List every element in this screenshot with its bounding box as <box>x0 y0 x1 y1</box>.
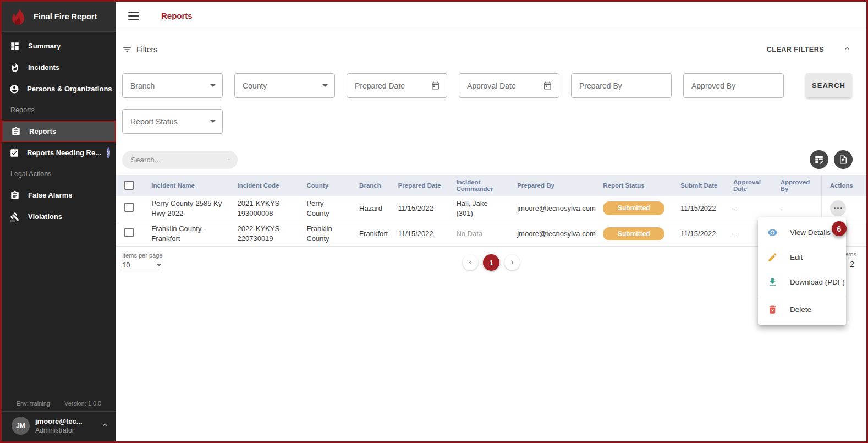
status-badge: Submitted <box>603 201 664 215</box>
col-submit-date[interactable]: Submit Date <box>672 175 725 196</box>
cell-county: Perry County <box>298 196 351 221</box>
col-approved-by[interactable]: Approved By <box>772 175 822 196</box>
clipboard-check-icon <box>9 147 19 158</box>
cell-county: Franklin County <box>298 221 351 247</box>
current-page-button[interactable]: 1 <box>483 254 499 271</box>
col-incident-commander[interactable]: Incident Commander <box>448 175 509 196</box>
table-row[interactable]: Franklin County - Frankfort 2022-KYKYS-2… <box>116 221 866 247</box>
hamburger-menu-icon[interactable] <box>128 12 139 20</box>
cell-prepared-by: jmoore@tecnosylva.com <box>509 221 595 247</box>
cell-incident-name: Franklin County - Frankfort <box>143 221 229 247</box>
table-edit-icon <box>814 155 824 165</box>
sidebar-item-incidents[interactable]: Incidents <box>2 57 116 78</box>
select-all-checkbox[interactable] <box>124 181 134 190</box>
sidebar-item-label: Reports Needing Re... <box>27 149 101 157</box>
dashboard-icon <box>9 41 20 52</box>
sidebar-item-label: Reports <box>29 127 56 135</box>
flame-icon <box>9 62 20 73</box>
sidebar-header: Final Fire Report <box>2 2 116 32</box>
menu-item-download-pdf[interactable]: Download (PDF) <box>758 270 846 294</box>
pencil-icon <box>767 252 778 263</box>
chevron-up-icon[interactable] <box>101 420 109 431</box>
cell-submit-date: 11/15/2022 <box>672 221 725 247</box>
sidebar-section-reports: Reports <box>2 100 116 121</box>
report-status-select[interactable]: Report Status <box>122 109 223 134</box>
col-actions: Actions <box>821 175 866 196</box>
sidebar-item-label: Summary <box>28 42 61 50</box>
approved-by-field[interactable]: Approved By <box>683 73 784 98</box>
previous-page-button[interactable] <box>463 255 478 270</box>
sidebar: Final Fire Report Summary Incidents Pers… <box>2 2 116 441</box>
filter-icon <box>122 45 132 54</box>
cell-submit-date: 11/15/2022 <box>672 196 725 221</box>
row-actions-menu: 6 View Details Edit Download (PDF) <box>758 217 846 325</box>
menu-divider <box>758 296 846 296</box>
next-page-button[interactable] <box>504 255 520 270</box>
branch-select[interactable]: Branch <box>122 73 223 98</box>
col-prepared-date[interactable]: Prepared Date <box>390 175 448 196</box>
app-title: Final Fire Report <box>34 12 97 21</box>
col-county[interactable]: County <box>298 175 351 196</box>
sidebar-item-persons-organizations[interactable]: Persons & Organizations <box>2 78 116 100</box>
chevron-left-icon <box>466 259 474 266</box>
col-incident-code[interactable]: Incident Code <box>229 175 299 196</box>
col-approval-date[interactable]: Approval Date <box>725 175 772 196</box>
dropdown-caret-icon <box>210 84 216 87</box>
app-window: Final Fire Report Summary Incidents Pers… <box>0 0 868 443</box>
sidebar-item-false-alarms[interactable]: False Alarms <box>2 184 116 206</box>
collapse-filters-chevron-icon[interactable] <box>843 44 851 55</box>
dropdown-caret-icon <box>322 84 328 87</box>
col-prepared-by[interactable]: Prepared By <box>509 175 595 196</box>
menu-item-edit[interactable]: Edit <box>758 245 846 270</box>
cell-incident-code: 2022-KYKYS-220730019 <box>229 221 299 247</box>
prepared-date-picker[interactable]: Prepared Date <box>347 73 447 98</box>
version-label: Version: 1.0.0 <box>64 400 101 407</box>
reports-table: Incident Name Incident Code County Branc… <box>116 175 866 247</box>
cell-incident-commander: No Data <box>448 221 509 247</box>
col-incident-name[interactable]: Incident Name <box>143 175 229 196</box>
sidebar-item-summary[interactable]: Summary <box>2 35 116 57</box>
edit-columns-button[interactable] <box>810 150 828 169</box>
calendar-icon <box>431 81 440 90</box>
sidebar-item-label: False Alarms <box>28 191 72 199</box>
sidebar-section-legal-actions: Legal Actions <box>2 163 116 184</box>
clear-filters-button[interactable]: CLEAR FILTERS <box>767 46 824 53</box>
sidebar-footer: Env: training Version: 1.0.0 JM jmoore@t… <box>2 397 116 441</box>
calendar-icon <box>543 81 552 90</box>
clipboard-icon <box>9 190 20 201</box>
county-select[interactable]: County <box>234 73 335 98</box>
export-file-button[interactable] <box>834 150 853 169</box>
download-icon <box>767 277 778 288</box>
paginator: Items per page 10 1 Items 2 <box>116 250 866 278</box>
sidebar-item-label: Persons & Organizations <box>27 85 112 93</box>
table-header-row: Incident Name Incident Code County Branc… <box>116 175 866 196</box>
row-checkbox[interactable] <box>124 203 134 212</box>
table-row[interactable]: Perry County-2585 Ky Hwy 2022 2021-KYKYS… <box>116 196 866 221</box>
table-search <box>122 151 238 169</box>
search-button[interactable]: SEARCH <box>806 73 851 97</box>
person-icon <box>9 84 19 95</box>
status-badge: Submitted <box>603 227 664 240</box>
table-search-input[interactable] <box>131 156 228 164</box>
col-report-status[interactable]: Report Status <box>595 175 672 196</box>
row-checkbox[interactable] <box>124 228 134 237</box>
prepared-by-field[interactable]: Prepared By <box>571 73 672 98</box>
sidebar-item-reports[interactable]: Reports <box>2 121 116 142</box>
approval-date-picker[interactable]: Approval Date <box>459 73 559 98</box>
filters-heading: Filters <box>136 45 157 54</box>
user-menu[interactable]: JM jmoore@tec... Administrator <box>2 411 116 441</box>
cell-prepared-by: jmoore@tecnosylva.com <box>509 196 595 221</box>
file-export-icon <box>838 155 848 165</box>
filters-panel: Filters CLEAR FILTERS Branch County Prep… <box>116 30 866 134</box>
sidebar-nav: Summary Incidents Persons & Organization… <box>2 32 116 397</box>
app-flame-logo-icon <box>9 7 27 26</box>
sidebar-item-reports-needing-review[interactable]: Reports Needing Re... 2 <box>2 142 116 163</box>
sidebar-item-violations[interactable]: Violations <box>2 206 116 227</box>
main-content: Reports Filters CLEAR FILTERS Branch <box>116 2 866 441</box>
search-icon[interactable] <box>228 155 230 165</box>
col-branch[interactable]: Branch <box>351 175 390 196</box>
clipboard-icon <box>10 126 21 137</box>
menu-item-delete[interactable]: Delete <box>758 297 846 322</box>
eye-icon <box>767 227 778 238</box>
row-actions-button[interactable] <box>830 200 846 216</box>
